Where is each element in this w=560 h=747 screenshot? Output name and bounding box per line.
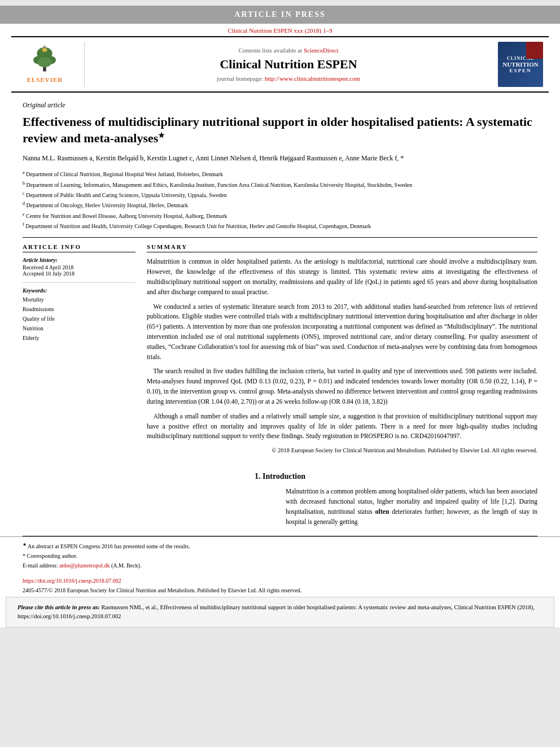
page-wrapper: ARTICLE IN PRESS Clinical Nutrition ESPE…: [0, 6, 560, 627]
svg-point-6: [42, 48, 47, 52]
history-label: Article history:: [23, 257, 135, 263]
logo-espen: ESPEN: [509, 68, 531, 73]
keyword-qol: Quality of life: [23, 314, 135, 324]
banner-text: ARTICLE IN PRESS: [234, 10, 325, 19]
journal-header: ELSEVIER Contents lists available at Sci…: [11, 36, 549, 93]
email-credit: (A.M. Beck).: [111, 562, 141, 569]
summary-header: SUMMARY: [147, 243, 537, 252]
received-date: Received 4 April 2018: [23, 264, 135, 270]
intro-two-col: Malnutrition is a common problem among h…: [23, 487, 537, 527]
affiliation-c: c Department of Public Health and Caring…: [23, 190, 537, 199]
keyword-readmissions: Readmissions: [23, 304, 135, 314]
svg-point-4: [38, 57, 52, 67]
elsevier-text: ELSEVIER: [27, 76, 63, 83]
affiliation-f: f Department of Nutrition and Health, Un…: [23, 221, 537, 230]
keyword-elderly: Elderly: [23, 333, 135, 343]
homepage-label: journal homepage:: [217, 75, 263, 82]
summary-text: Malnutrition is common in older hospital…: [147, 257, 537, 455]
contents-line: Contents lists available at ScienceDirec…: [238, 47, 338, 54]
affiliation-d: d Department of Oncology, Herlev Univers…: [23, 200, 537, 209]
article-title: Effectiveness of multidisciplinary nutri…: [23, 114, 537, 146]
elsevier-logo: ELSEVIER: [27, 46, 63, 83]
intro-full: 1. Introduction Malnutrition is a common…: [23, 472, 537, 527]
citation-prefix: Please cite this article in press as:: [18, 604, 100, 610]
star-footnote: ★ An abstract at ESPEN Congress 2016 has…: [23, 541, 537, 551]
article-in-press-banner: ARTICLE IN PRESS: [0, 6, 560, 24]
journal-header-center: Contents lists available at ScienceDirec…: [85, 42, 492, 87]
article-info-column: ARTICLE INFO Article history: Received 4…: [23, 243, 135, 455]
corresponding-footnote: * Corresponding author.: [23, 552, 537, 560]
summary-column: SUMMARY Malnutrition is common in older …: [147, 243, 537, 455]
info-divider: [23, 282, 135, 283]
homepage-link[interactable]: http://www.clinicalnutritionespen.com: [265, 75, 360, 82]
affiliation-a: a Department of Clinical Nutrition, Regi…: [23, 169, 537, 178]
keywords-label: Keywords:: [23, 287, 135, 294]
logo-nutrition: NUTRITION: [502, 61, 539, 68]
footnote-area: ★ An abstract at ESPEN Congress 2016 has…: [0, 536, 560, 575]
keyword-nutrition: Nutrition: [23, 324, 135, 333]
introduction-section: 1. Introduction Malnutrition is a common…: [0, 464, 560, 535]
summary-para-4: Although a small number of studies and a…: [147, 412, 537, 442]
email-link[interactable]: anbe@plumetropol.dk: [59, 562, 110, 569]
journal-header-right: CLINICAL NUTRITION ESPEN: [492, 42, 549, 87]
journal-ref: Clinical Nutrition ESPEN xxx (2018) 1–9: [0, 24, 560, 36]
article-content: Original article Effectiveness of multid…: [0, 93, 560, 464]
contents-label: Contents lists available at: [238, 47, 302, 54]
intro-title-centered: 1. Introduction: [23, 472, 537, 481]
keyword-mortality: Mortality: [23, 295, 135, 304]
doi-link: https://doi.org/10.1016/j.cnesp.2018.07.…: [0, 575, 560, 586]
bottom-copyright: 2405-4577/© 2018 European Society for Cl…: [0, 586, 560, 597]
article-title-text: Effectiveness of multidisciplinary nutri…: [23, 115, 532, 145]
intro-col-right: Malnutrition is a common problem among h…: [286, 487, 537, 527]
journal-ref-text: Clinical Nutrition ESPEN xxx (2018) 1–9: [228, 27, 333, 34]
summary-para-2: We conducted a series of systematic lite…: [147, 302, 537, 362]
accepted-date: Accepted 10 July 2018: [23, 270, 135, 277]
intro-col-left: [23, 487, 274, 527]
doi-url[interactable]: https://doi.org/10.1016/j.cnesp.2018.07.…: [23, 578, 121, 584]
corresponding-text: Corresponding author.: [27, 553, 77, 559]
authors: Nanna M.L. Rasmussen a, Kerstin Belqaid …: [23, 153, 537, 164]
authors-text: Nanna M.L. Rasmussen a, Kerstin Belqaid …: [23, 154, 404, 162]
elsevier-branding: ELSEVIER: [11, 42, 85, 87]
sciencedirect-link[interactable]: ScienceDirect: [304, 47, 339, 54]
article-info-header: ARTICLE INFO: [23, 243, 135, 252]
citation-box: Please cite this article in press as: Ra…: [6, 597, 554, 627]
summary-para-3: The search resulted in five studies fulf…: [147, 366, 537, 407]
article-title-star: ★: [158, 130, 165, 139]
two-column-section: ARTICLE INFO Article history: Received 4…: [23, 243, 537, 455]
logo-clinical: CLINICAL: [507, 56, 534, 61]
journal-logo-box: CLINICAL NUTRITION ESPEN: [498, 42, 543, 87]
affiliation-b: b Department of Learning, Informatics, M…: [23, 180, 537, 189]
keywords-group: Keywords: Mortality Readmissions Quality…: [23, 287, 135, 343]
elsevier-tree-icon: [28, 46, 62, 74]
summary-para-1: Malnutrition is common in older hospital…: [147, 257, 537, 297]
article-history-group: Article history: Received 4 April 2018 A…: [23, 257, 135, 277]
journal-title-header: Clinical Nutrition ESPEN: [220, 57, 357, 72]
affiliation-e: e Centre for Nutrition and Bowel Disease…: [23, 211, 537, 220]
email-footnote: E-mail address: anbe@plumetropol.dk (A.M…: [23, 561, 537, 570]
homepage-line: journal homepage: http://www.clinicalnut…: [217, 75, 360, 82]
keywords-list: Mortality Readmissions Quality of life N…: [23, 295, 135, 343]
intro-layout: 1. Introduction Malnutrition is a common…: [23, 472, 537, 527]
email-label: E-mail address:: [23, 562, 58, 569]
affiliations: a Department of Clinical Nutrition, Regi…: [23, 169, 537, 238]
summary-copyright: © 2018 European Society for Clinical Nut…: [147, 446, 537, 455]
article-type: Original article: [23, 101, 537, 110]
star-footnote-text: An abstract at ESPEN Congress 2016 has p…: [28, 543, 190, 549]
